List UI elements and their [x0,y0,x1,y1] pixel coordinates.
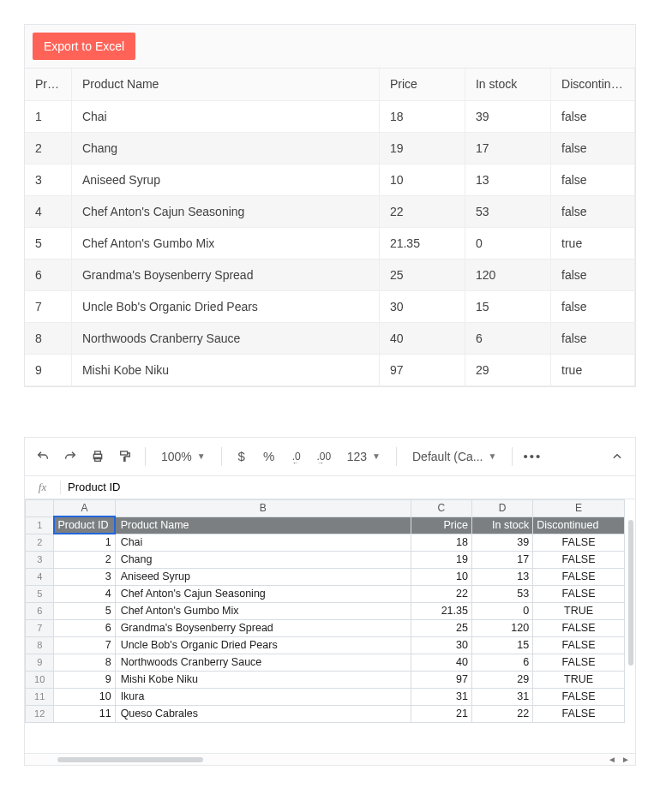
scroll-right-button[interactable]: ► [620,754,632,766]
formula-input[interactable] [61,476,635,499]
col-header-c[interactable]: C [411,499,471,516]
cell[interactable]: Queso Cabrales [115,705,411,722]
cell[interactable]: 6 [54,619,115,636]
print-button[interactable] [85,444,111,469]
grid-cell[interactable]: Chef Anton's Gumbo Mix [71,227,379,259]
cell[interactable]: FALSE [533,551,625,568]
decrease-decimal-button[interactable]: .0← [284,444,309,469]
grid-cell[interactable]: Northwoods Cranberry Sauce [71,322,379,354]
row-header[interactable]: 6 [26,602,54,619]
grid-cell[interactable]: 97 [379,354,465,385]
grid-cell[interactable]: 4 [25,195,71,227]
cell[interactable]: 22 [471,705,532,722]
cell[interactable]: 40 [411,654,471,671]
scroll-left-button[interactable]: ◄ [606,754,618,766]
grid-cell[interactable]: 6 [25,259,71,290]
col-header-d[interactable]: D [471,499,532,516]
grid-cell[interactable]: 22 [379,195,465,227]
table-row[interactable]: 4Chef Anton's Cajun Seasoning2253false [25,195,635,227]
row-header[interactable]: 7 [26,619,54,636]
format-painter-button[interactable] [112,444,138,469]
cell[interactable]: FALSE [533,654,625,671]
grid-cell[interactable]: false [551,132,635,164]
cell[interactable]: 15 [471,636,532,654]
cell[interactable]: FALSE [533,705,625,722]
cell[interactable]: FALSE [533,568,625,585]
grid-col-product-id[interactable]: Product ID [25,69,71,100]
cell[interactable]: 21 [411,705,471,722]
grid-cell[interactable]: false [551,259,635,290]
grid-cell[interactable]: 17 [465,132,550,164]
grid-cell[interactable]: 5 [25,227,71,259]
export-to-excel-button[interactable]: Export to Excel [33,33,135,60]
horizontal-scrollbar-thumb[interactable] [57,757,203,762]
grid-cell[interactable]: false [551,100,635,132]
cell[interactable]: TRUE [533,671,625,688]
table-row[interactable]: 1Chai1839false [25,100,635,132]
cell[interactable]: 11 [54,705,115,722]
row-header[interactable]: 4 [26,568,54,585]
grid-cell[interactable]: 39 [465,100,550,132]
table-row[interactable]: 2Chang1917false [25,132,635,164]
cell[interactable]: 9 [54,671,115,688]
grid-cell[interactable]: Aniseed Syrup [71,164,379,195]
col-header-b[interactable]: B [115,499,411,516]
percent-format-button[interactable]: % [256,444,282,469]
cell[interactable]: 8 [54,654,115,671]
row-header[interactable]: 8 [26,636,54,654]
cell[interactable]: 4 [54,585,115,602]
grid-cell[interactable]: false [551,322,635,354]
cell[interactable]: Aniseed Syrup [115,568,411,585]
grid-cell[interactable]: 10 [379,164,465,195]
cell[interactable]: FALSE [533,636,625,654]
cell[interactable]: 0 [471,602,532,619]
grid-cell[interactable]: 40 [379,322,465,354]
cell[interactable]: 21.35 [411,602,471,619]
cell[interactable]: In stock [471,516,532,534]
grid-col-discontinued[interactable]: Discontinued [551,69,635,100]
grid-cell[interactable]: 3 [25,164,71,195]
cell[interactable]: Chef Anton's Gumbo Mix [115,602,411,619]
cell[interactable]: Price [411,516,471,534]
grid-cell[interactable]: true [551,227,635,259]
number-format-dropdown[interactable]: 123 ▼ [339,444,389,469]
redo-button[interactable] [57,444,83,469]
row-header[interactable]: 5 [26,585,54,602]
grid-cell[interactable]: 1 [25,100,71,132]
cell[interactable]: Product ID [54,516,115,534]
cell[interactable]: Chef Anton's Cajun Seasoning [115,585,411,602]
table-row[interactable]: 5Chef Anton's Gumbo Mix21.350true [25,227,635,259]
grid-cell[interactable]: 15 [465,290,550,322]
grid-cell[interactable]: 2 [25,132,71,164]
cell[interactable]: Northwoods Cranberry Sauce [115,654,411,671]
cell[interactable]: 22 [411,585,471,602]
cell[interactable]: Grandma's Boysenberry Spread [115,619,411,636]
cell[interactable]: 97 [411,671,471,688]
grid-cell[interactable]: false [551,195,635,227]
grid-cell[interactable]: 21.35 [379,227,465,259]
cell[interactable]: 18 [411,534,471,551]
undo-button[interactable] [30,444,56,469]
spreadsheet-body[interactable]: A B C D E 1Product IDProduct NamePriceIn… [25,499,635,753]
grid-cell[interactable]: 30 [379,290,465,322]
grid-cell[interactable]: 13 [465,164,550,195]
cell[interactable]: 39 [471,534,532,551]
grid-cell[interactable]: 53 [465,195,550,227]
grid-col-price[interactable]: Price [379,69,465,100]
cell[interactable]: Mishi Kobe Niku [115,671,411,688]
font-dropdown[interactable]: Default (Ca... ▼ [404,444,505,469]
grid-cell[interactable]: 9 [25,354,71,385]
cell[interactable]: 1 [54,534,115,551]
currency-format-button[interactable]: $ [229,444,255,469]
cell[interactable]: 19 [411,551,471,568]
cell[interactable]: 10 [411,568,471,585]
horizontal-scrollbar-track[interactable]: ◄ ► [25,753,635,765]
table-row[interactable]: 6Grandma's Boysenberry Spread25120false [25,259,635,290]
grid-cell[interactable]: 29 [465,354,550,385]
row-header[interactable]: 12 [26,705,54,722]
col-header-a[interactable]: A [54,499,115,516]
cell[interactable]: 30 [411,636,471,654]
grid-cell[interactable]: false [551,290,635,322]
table-row[interactable]: 3Aniseed Syrup1013false [25,164,635,195]
grid-cell[interactable]: true [551,354,635,385]
